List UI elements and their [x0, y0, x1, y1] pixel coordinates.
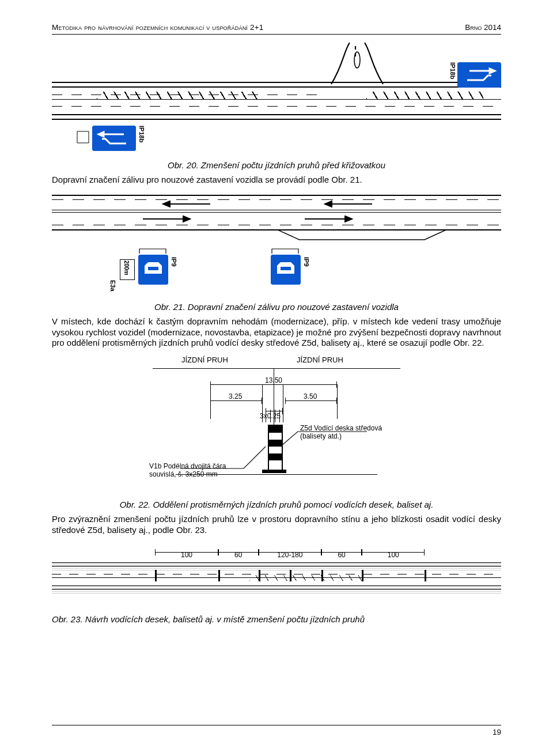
- junction-curves: [308, 43, 406, 85]
- page-header: Metodika pro návrhování pozemních komuni…: [52, 23, 501, 35]
- dim-right-value: 3.50: [304, 392, 317, 400]
- figure-20: IP18b IP18b: [52, 45, 501, 154]
- sign-ip18b-left: [92, 126, 136, 151]
- note-left: V1b Podélná dvojitá čára souvislá, š. 3x…: [149, 463, 270, 479]
- arrow-right-icon: [304, 216, 355, 222]
- figure-23-caption: Obr. 23. Návrh vodících desek, balisetů …: [52, 614, 501, 624]
- sign-label-right: IP18b: [449, 62, 456, 79]
- svg-rect-2: [93, 127, 135, 150]
- figure-22: JÍZDNÍ PRUH JÍZDNÍ PRUH 13.50 3.25 3.50 …: [52, 356, 501, 494]
- bracket-icon: [271, 248, 300, 255]
- plate-200m-label: 200m: [123, 260, 130, 275]
- bracket-icon: [138, 248, 167, 255]
- dim-left: [210, 400, 262, 401]
- arrow-right-icon: [142, 216, 194, 222]
- figure-22-caption: Obr. 22. Oddělení protisměrných jízdních…: [52, 500, 501, 509]
- header-meta: Brno 2014: [465, 23, 501, 32]
- sign-label-ip9-right: IP9: [303, 257, 310, 267]
- paragraph-3: Pro zvýraznění zmenšení počtu jízdních p…: [52, 514, 501, 536]
- figure-20-caption: Obr. 20. Zmenšení počtu jízdních pruhů p…: [52, 160, 501, 170]
- figure-21-caption: Obr. 21. Dopravní značení zálivu pro nou…: [52, 302, 501, 312]
- note-left-line1: V1b Podélná dvojitá čára: [149, 462, 226, 470]
- lane-label-right: JÍZDNÍ PRUH: [297, 356, 343, 364]
- header-title: Metodika pro návrhování pozemních komuni…: [52, 23, 263, 32]
- svg-rect-8: [281, 267, 291, 270]
- svg-point-0: [354, 52, 360, 68]
- note-right-line2: (balisety atd.): [300, 432, 342, 440]
- sign-label-left: IP18b: [138, 126, 145, 142]
- svg-rect-7: [277, 274, 294, 276]
- page-footer: 19: [52, 725, 501, 736]
- sign-label-ip9-left: IP9: [171, 257, 177, 267]
- svg-rect-1: [459, 63, 500, 86]
- dim-val-5: 100: [362, 551, 425, 559]
- page-number: 19: [493, 728, 501, 736]
- figure-21: IP9 200m E3a IP9: [52, 192, 501, 296]
- arrow-left-icon: [160, 201, 211, 207]
- note-right: Z5d Vodící deska středová (balisety atd.…: [300, 425, 421, 441]
- paragraph-2: V místech, kde dochází k častým dopravní…: [52, 316, 501, 349]
- plate-e3a-label: E3a: [109, 280, 116, 292]
- dim-val-2: 60: [218, 551, 259, 559]
- dim-mid: [266, 411, 283, 411]
- arrow-left-icon: [321, 201, 373, 207]
- dim-seg-4: 60: [321, 552, 362, 553]
- dim-total-value: 13.50: [265, 376, 282, 384]
- note-left-line2: souvislá, š. 3x250 mm: [149, 470, 218, 478]
- sign-ip18b-right: [457, 62, 501, 88]
- sign-ip9-left: [138, 255, 168, 285]
- dim-val-4: 60: [321, 551, 362, 559]
- dim-right: [285, 400, 337, 401]
- dim-seg-1: 100: [155, 552, 218, 553]
- road-band: [52, 82, 501, 119]
- page: Metodika pro návrhování pozemních komuni…: [0, 0, 553, 756]
- paragraph-1: Dopravní značení zálivu pro nouzové zast…: [52, 175, 501, 186]
- figure-23: 100 60 120-180 60 100: [52, 543, 501, 606]
- road-band-23: [52, 562, 501, 592]
- note-right-line1: Z5d Vodící deska středová: [300, 424, 382, 432]
- dimension-row: 100 60 120-180 60 100: [52, 543, 501, 562]
- road-band-21: [52, 195, 501, 235]
- dim-left-value: 3.25: [229, 392, 242, 400]
- dim-bracket-icon: [75, 129, 92, 146]
- dim-seg-2: 60: [218, 552, 259, 553]
- dim-seg-3: 120-180: [259, 552, 321, 553]
- svg-rect-4: [145, 274, 162, 276]
- dim-val-3: 120-180: [259, 551, 321, 559]
- dim-seg-5: 100: [362, 552, 425, 553]
- sign-ip9-right: [271, 255, 301, 285]
- svg-rect-5: [148, 267, 158, 270]
- dim-val-1: 100: [155, 551, 218, 559]
- dim-total: [210, 384, 337, 385]
- lane-label-left: JÍZDNÍ PRUH: [181, 356, 228, 364]
- emergency-bay-icon: [276, 229, 447, 241]
